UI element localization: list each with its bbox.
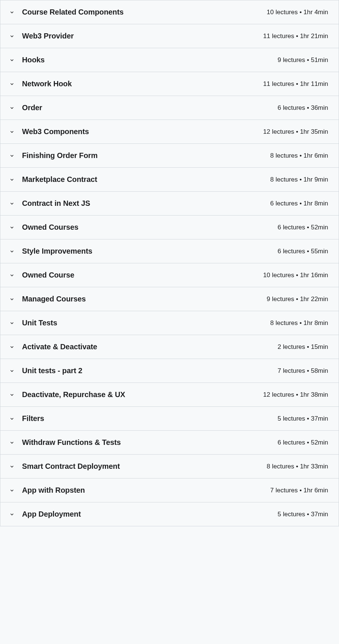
section-meta: 10 lectures • 1hr 16min	[263, 272, 328, 279]
section-meta: 11 lectures • 1hr 11min	[263, 80, 328, 88]
section-row[interactable]: Hooks9 lectures • 51min	[0, 48, 339, 72]
chevron-down-icon	[9, 368, 15, 374]
section-row[interactable]: Managed Courses9 lectures • 1hr 22min	[0, 287, 339, 311]
section-left: Finishing Order Form	[9, 151, 97, 160]
curriculum-panel: Course Related Components10 lectures • 1…	[0, 0, 339, 526]
chevron-down-icon	[9, 129, 15, 134]
section-row[interactable]: Network Hook11 lectures • 1hr 11min	[0, 72, 339, 96]
section-title: App Deployment	[22, 510, 81, 518]
section-meta: 9 lectures • 1hr 22min	[267, 295, 328, 303]
section-meta: 8 lectures • 1hr 6min	[270, 152, 328, 160]
chevron-down-icon	[9, 201, 15, 206]
section-left: Unit tests - part 2	[9, 366, 82, 375]
section-title: App with Ropsten	[22, 486, 85, 495]
section-title: Hooks	[22, 56, 45, 64]
chevron-down-icon	[9, 225, 15, 230]
section-left: App with Ropsten	[9, 486, 85, 495]
section-left: App Deployment	[9, 510, 81, 518]
section-row[interactable]: Style Improvements6 lectures • 55min	[0, 239, 339, 263]
section-left: Owned Course	[9, 271, 74, 279]
section-left: Network Hook	[9, 80, 72, 88]
chevron-down-icon	[9, 440, 15, 445]
section-left: Course Related Components	[9, 8, 124, 16]
section-meta: 8 lectures • 1hr 33min	[267, 463, 328, 470]
section-meta: 11 lectures • 1hr 21min	[263, 32, 328, 40]
section-title: Unit tests - part 2	[22, 366, 82, 375]
chevron-down-icon	[9, 464, 15, 469]
section-left: Hooks	[9, 56, 45, 64]
section-meta: 10 lectures • 1hr 4min	[267, 9, 328, 16]
section-row[interactable]: Smart Contract Deployment8 lectures • 1h…	[0, 455, 339, 479]
chevron-down-icon	[9, 488, 15, 493]
section-row[interactable]: App Deployment5 lectures • 37min	[0, 502, 339, 526]
section-title: Smart Contract Deployment	[22, 462, 120, 471]
chevron-down-icon	[9, 344, 15, 350]
section-meta: 6 lectures • 52min	[278, 224, 328, 231]
section-title: Deactivate, Repurchase & UX	[22, 390, 125, 399]
section-left: Filters	[9, 414, 44, 423]
chevron-down-icon	[9, 416, 15, 421]
section-title: Owned Courses	[22, 223, 78, 232]
section-meta: 12 lectures • 1hr 38min	[263, 391, 328, 399]
section-title: Style Improvements	[22, 247, 92, 256]
section-title: Finishing Order Form	[22, 151, 97, 160]
section-meta: 6 lectures • 55min	[278, 248, 328, 255]
section-row[interactable]: Order6 lectures • 36min	[0, 96, 339, 120]
chevron-down-icon	[9, 273, 15, 278]
section-row[interactable]: App with Ropsten7 lectures • 1hr 6min	[0, 479, 339, 502]
section-row[interactable]: Web3 Components12 lectures • 1hr 35min	[0, 120, 339, 144]
section-row[interactable]: Marketplace Contract8 lectures • 1hr 9mi…	[0, 168, 339, 192]
section-left: Order	[9, 103, 42, 112]
section-row[interactable]: Owned Course10 lectures • 1hr 16min	[0, 263, 339, 287]
section-title: Filters	[22, 414, 44, 423]
chevron-down-icon	[9, 81, 15, 87]
chevron-down-icon	[9, 321, 15, 326]
section-row[interactable]: Web3 Provider11 lectures • 1hr 21min	[0, 24, 339, 48]
section-meta: 6 lectures • 36min	[278, 104, 328, 112]
section-meta: 2 lectures • 15min	[278, 343, 328, 351]
section-row[interactable]: Withdraw Functions & Tests6 lectures • 5…	[0, 431, 339, 455]
section-left: Unit Tests	[9, 319, 57, 327]
section-row[interactable]: Deactivate, Repurchase & UX12 lectures •…	[0, 383, 339, 407]
chevron-down-icon	[9, 392, 15, 397]
chevron-down-icon	[9, 10, 15, 15]
section-title: Withdraw Functions & Tests	[22, 438, 121, 447]
section-meta: 9 lectures • 51min	[278, 56, 328, 64]
section-row[interactable]: Unit tests - part 27 lectures • 58min	[0, 359, 339, 383]
chevron-down-icon	[9, 177, 15, 182]
section-title: Network Hook	[22, 80, 72, 88]
section-left: Deactivate, Repurchase & UX	[9, 390, 125, 399]
section-meta: 7 lectures • 1hr 6min	[270, 487, 328, 494]
section-row[interactable]: Unit Tests8 lectures • 1hr 8min	[0, 311, 339, 335]
section-title: Owned Course	[22, 271, 74, 279]
section-left: Smart Contract Deployment	[9, 462, 120, 471]
chevron-down-icon	[9, 249, 15, 254]
section-row[interactable]: Activate & Deactivate2 lectures • 15min	[0, 335, 339, 359]
section-row[interactable]: Course Related Components10 lectures • 1…	[0, 0, 339, 24]
section-meta: 5 lectures • 37min	[278, 511, 328, 518]
chevron-down-icon	[9, 512, 15, 517]
section-row[interactable]: Filters5 lectures • 37min	[0, 407, 339, 431]
section-row[interactable]: Contract in Next JS6 lectures • 1hr 8min	[0, 192, 339, 216]
chevron-down-icon	[9, 153, 15, 158]
section-meta: 6 lectures • 1hr 8min	[270, 200, 328, 207]
section-left: Web3 Provider	[9, 32, 74, 40]
section-title: Activate & Deactivate	[22, 343, 97, 351]
chevron-down-icon	[9, 34, 15, 39]
chevron-down-icon	[9, 58, 15, 63]
section-title: Marketplace Contract	[22, 175, 97, 184]
section-meta: 5 lectures • 37min	[278, 415, 328, 422]
section-row[interactable]: Owned Courses6 lectures • 52min	[0, 216, 339, 239]
section-row[interactable]: Finishing Order Form8 lectures • 1hr 6mi…	[0, 144, 339, 168]
section-meta: 8 lectures • 1hr 8min	[270, 319, 328, 327]
section-left: Style Improvements	[9, 247, 92, 256]
section-title: Web3 Provider	[22, 32, 74, 40]
section-title: Course Related Components	[22, 8, 124, 16]
section-meta: 12 lectures • 1hr 35min	[263, 128, 328, 136]
section-title: Unit Tests	[22, 319, 57, 327]
section-left: Contract in Next JS	[9, 199, 90, 208]
section-title: Contract in Next JS	[22, 199, 90, 208]
section-meta: 7 lectures • 58min	[278, 367, 328, 375]
chevron-down-icon	[9, 105, 15, 111]
section-left: Web3 Components	[9, 127, 89, 136]
